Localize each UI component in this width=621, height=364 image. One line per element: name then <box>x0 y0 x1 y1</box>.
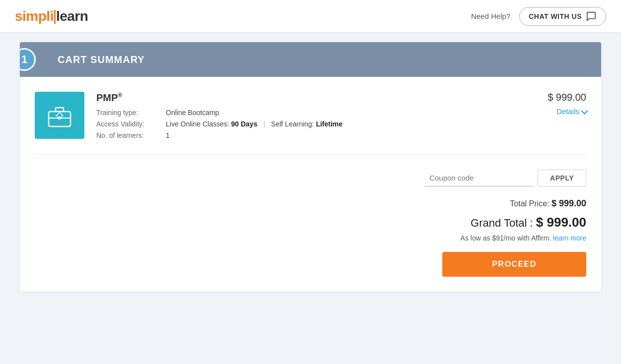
affirm-row: As low as $91/mo with Affirm. learn more <box>35 234 586 242</box>
total-price-row: Total Price: $ 999.00 <box>35 198 586 209</box>
self-learning-label: Self Learning: Lifetime <box>271 120 343 128</box>
product-info: PMP® Training type: Online Bootcamp Acce… <box>96 92 527 139</box>
access-validity-label: Access Validity: <box>96 120 166 128</box>
product-price-section: $ 999.00 Details <box>527 92 586 116</box>
details-link[interactable]: Details <box>527 107 586 116</box>
cart-header: 1 CART SUMMARY <box>20 42 601 77</box>
learners-row: No. of learners: 1 <box>96 131 527 139</box>
chevron-down-icon <box>581 107 588 114</box>
training-type-value: Online Bootcamp <box>166 109 219 117</box>
grand-total-row: Grand Total : $ 999.00 <box>35 215 586 230</box>
access-validity-row: Access Validity: Live Online Classes: 90… <box>96 120 527 128</box>
learners-value: 1 <box>166 131 170 139</box>
product-price: $ 999.00 <box>527 92 586 103</box>
chat-button-label: CHAT WITH US <box>529 12 582 20</box>
proceed-button[interactable]: PROCEED <box>442 252 586 277</box>
logo: simplilearn <box>15 8 88 24</box>
pmp-thumbnail-icon <box>45 101 74 130</box>
affirm-learn-more-link[interactable]: learn more <box>553 234 586 242</box>
cart-title: CART SUMMARY <box>58 54 145 65</box>
training-type-label: Training type: <box>96 109 166 117</box>
totals-section: Total Price: $ 999.00 Grand Total : $ 99… <box>35 198 586 277</box>
product-details: Training type: Online Bootcamp Access Va… <box>96 109 527 139</box>
chat-icon <box>586 11 597 22</box>
logo-text: simplilearn <box>15 8 88 24</box>
training-type-row: Training type: Online Bootcamp <box>96 109 527 117</box>
apply-button[interactable]: APPLY <box>538 170 586 186</box>
main-content: 1 CART SUMMARY <box>0 32 621 302</box>
product-thumbnail <box>35 92 84 139</box>
chat-with-us-button[interactable]: CHAT WITH US <box>519 7 606 26</box>
coupon-wrapper: APPLY <box>424 170 586 186</box>
header-right: Need Help? CHAT WITH US <box>471 7 606 26</box>
cart-body: PMP® Training type: Online Bootcamp Acce… <box>20 77 601 292</box>
detail-separator: | <box>263 120 265 128</box>
logo-separator <box>54 10 56 24</box>
need-help-text: Need Help? <box>471 12 510 20</box>
logo-learn: learn <box>56 8 88 24</box>
coupon-input[interactable] <box>424 170 534 186</box>
product-name: PMP® <box>96 92 527 104</box>
cart-card: 1 CART SUMMARY <box>20 42 601 292</box>
coupon-section: APPLY <box>35 170 586 186</box>
grand-total-value: $ 999.00 <box>536 215 586 230</box>
step-circle: 1 <box>20 48 36 71</box>
total-price-value: $ 999.00 <box>552 198 586 208</box>
learners-label: No. of learners: <box>96 131 166 139</box>
live-classes-label: Live Online Classes: 90 Days <box>166 120 257 128</box>
product-row: PMP® Training type: Online Bootcamp Acce… <box>35 92 586 155</box>
logo-simpli: simpli <box>15 8 54 24</box>
header: simplilearn Need Help? CHAT WITH US <box>0 0 621 32</box>
